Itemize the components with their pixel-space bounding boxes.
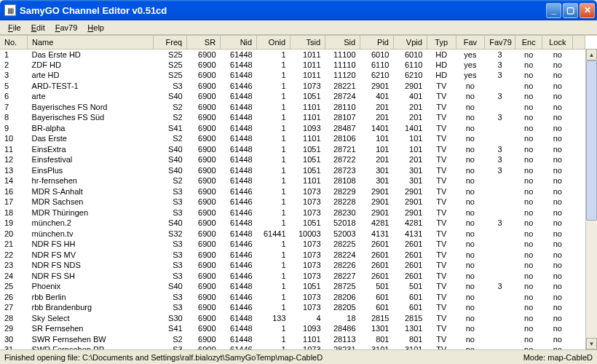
cell-sid: 28225: [325, 239, 360, 250]
cell-pid: 4281: [360, 218, 394, 229]
table-row[interactable]: 7Bayerisches FS NordS2690061448111012811…: [0, 102, 585, 113]
cell-name: ARD-TEST-1: [28, 81, 154, 92]
scroll-thumb[interactable]: [586, 60, 597, 221]
cell-sr: 6900: [187, 250, 221, 261]
minimize-button[interactable]: _: [546, 3, 561, 18]
cell-lock: no: [542, 102, 573, 113]
table-row[interactable]: 25PhoenixS406900614481105128725501501TVn…: [0, 281, 585, 292]
col-header[interactable]: Tsid: [290, 36, 325, 49]
close-button[interactable]: ✕: [580, 3, 595, 18]
cell-pid: 801: [360, 334, 394, 345]
maximize-button[interactable]: ▢: [563, 3, 578, 18]
table-row[interactable]: 31SWR Fernsehen RPS369006144611073282313…: [0, 344, 585, 349]
cell-sr: 6900: [187, 281, 221, 292]
cell-sr: 6900: [187, 313, 221, 324]
col-header[interactable]: [573, 36, 585, 49]
table-row[interactable]: 24NDR FS SHS3690061446110732822726012601…: [0, 271, 585, 282]
table-row[interactable]: 18MDR ThüringenS369006144611073282302901…: [0, 207, 585, 218]
cell-sid: 28106: [325, 133, 360, 144]
table-row[interactable]: 22NDR FS MVS3690061446110732822426012601…: [0, 250, 585, 261]
menu-file[interactable]: File: [3, 22, 26, 33]
table-row[interactable]: 23NDR FS NDSS369006144611073282262601260…: [0, 260, 585, 271]
col-header[interactable]: Freq: [154, 36, 187, 49]
table-row[interactable]: 16MDR S-AnhaltS3690061446110732822929012…: [0, 186, 585, 197]
cell-enc: no: [515, 133, 542, 144]
col-header[interactable]: Nid: [221, 36, 257, 49]
cell-lock: no: [542, 154, 573, 165]
col-header[interactable]: Fav: [456, 36, 485, 49]
cell-no: 25: [0, 281, 28, 292]
cell-fav: no: [456, 260, 485, 271]
cell-vpid: 101: [393, 144, 427, 155]
cell-lock: no: [542, 239, 573, 250]
table-row[interactable]: 13EinsPlusS406900614481105128723301301TV…: [0, 165, 585, 176]
cell-fav: yes: [456, 60, 485, 71]
cell-fav: no: [456, 165, 485, 176]
cell-sid: 28722: [325, 154, 360, 165]
table-row[interactable]: 17MDR SachsenS36900614461107328228290129…: [0, 197, 585, 207]
table-row[interactable]: 10Das ErsteS26900614481110128106101101TV…: [0, 133, 585, 144]
table-row[interactable]: 9BR-alphaS41690061448110932848714011401T…: [0, 123, 585, 134]
cell-sr: 6900: [187, 271, 221, 282]
vertical-scrollbar[interactable]: ▲ ▼: [585, 49, 597, 349]
table-row[interactable]: 19münchen.2S4069006144811051520184281428…: [0, 218, 585, 229]
menu-edit[interactable]: Edit: [26, 22, 50, 33]
col-header[interactable]: Sid: [325, 36, 360, 49]
table-row[interactable]: 26rbb BerlinS36900614461107328206601601T…: [0, 292, 585, 303]
menubar: File Edit Fav79 Help: [0, 20, 597, 35]
cell-no: 26: [0, 292, 28, 303]
cell-fav79: [485, 186, 515, 197]
cell-lock: no: [542, 60, 573, 71]
col-header[interactable]: Enc: [515, 36, 542, 49]
table-row[interactable]: 6arteS406900614481105128724401401TVno3no…: [0, 91, 585, 102]
col-header[interactable]: Vpid: [393, 36, 427, 49]
cell-tsid: 1073: [290, 186, 325, 197]
menu-fav79[interactable]: Fav79: [50, 22, 83, 33]
cell-pid: 2901: [360, 186, 394, 197]
cell-fav79: [485, 302, 515, 313]
col-header[interactable]: SR: [187, 36, 221, 49]
cell-sid: 28487: [325, 123, 360, 134]
scroll-down-arrow[interactable]: ▼: [586, 338, 597, 349]
table-row[interactable]: 20münchen.tvS326900614486144110003520034…: [0, 229, 585, 240]
table-row[interactable]: 8Bayerisches FS SüdS26900614481110128107…: [0, 112, 585, 123]
col-header[interactable]: No.: [0, 36, 28, 49]
table-row[interactable]: 14hr-fernsehenS2690061448111012810830130…: [0, 175, 585, 186]
cell-nid: 61446: [221, 344, 257, 349]
table-row[interactable]: 3arte HDS25690061448110111112062106210HD…: [0, 70, 585, 81]
cell-fav: no: [456, 123, 485, 134]
cell-enc: no: [515, 334, 542, 345]
col-header[interactable]: Pid: [360, 36, 394, 49]
cell-fav79: [485, 260, 515, 271]
col-header[interactable]: Name: [28, 36, 154, 49]
cell-name: ZDF HD: [28, 60, 154, 71]
scroll-up-arrow[interactable]: ▲: [586, 49, 597, 60]
cell-onid: 1: [257, 239, 290, 250]
col-header[interactable]: Lock: [542, 36, 573, 49]
table-row[interactable]: 27rbb BrandenburgS3690061446110732820560…: [0, 302, 585, 313]
cell-vpid: 401: [393, 91, 427, 102]
col-header[interactable]: Onid: [257, 36, 290, 49]
table-row[interactable]: 1Das Erste HDS25690061448110111110060106…: [0, 49, 585, 60]
table-row[interactable]: 2ZDF HDS25690061448110111111061106110HDy…: [0, 60, 585, 71]
cell-freq: S41: [154, 323, 187, 334]
table-row[interactable]: 29SR FernsehenS4169006144811093284861301…: [0, 323, 585, 334]
cell-fav: no: [456, 281, 485, 292]
table-row[interactable]: 11EinsExtraS406900614481105128721101101T…: [0, 144, 585, 155]
cell-vpid: 301: [393, 175, 427, 186]
table-row[interactable]: 30SWR Fernsehen BWS269006144811101281138…: [0, 334, 585, 345]
cell-sid: 28221: [325, 81, 360, 92]
table-row[interactable]: 28Sky SelectS3069006144813341828152815TV…: [0, 313, 585, 324]
menu-help[interactable]: Help: [82, 22, 109, 33]
table-row[interactable]: 21NDR FS HHS3690061446110732822526012601…: [0, 239, 585, 250]
cell-tsid: 1101: [290, 133, 325, 144]
col-header[interactable]: Typ: [427, 36, 456, 49]
table-row[interactable]: 5ARD-TEST-1S3690061446110732822129012901…: [0, 81, 585, 92]
col-header[interactable]: Fav79: [485, 36, 515, 49]
cell-pid: 2901: [360, 81, 394, 92]
channel-table[interactable]: No.NameFreqSRNidOnidTsidSidPidVpidTypFav…: [0, 36, 585, 349]
cell-tsid: 1011: [290, 60, 325, 71]
cell-lock: no: [542, 165, 573, 176]
cell-name: münchen.tv: [28, 229, 154, 240]
table-row[interactable]: 12EinsfestivalS4069006144811051287222012…: [0, 154, 585, 165]
